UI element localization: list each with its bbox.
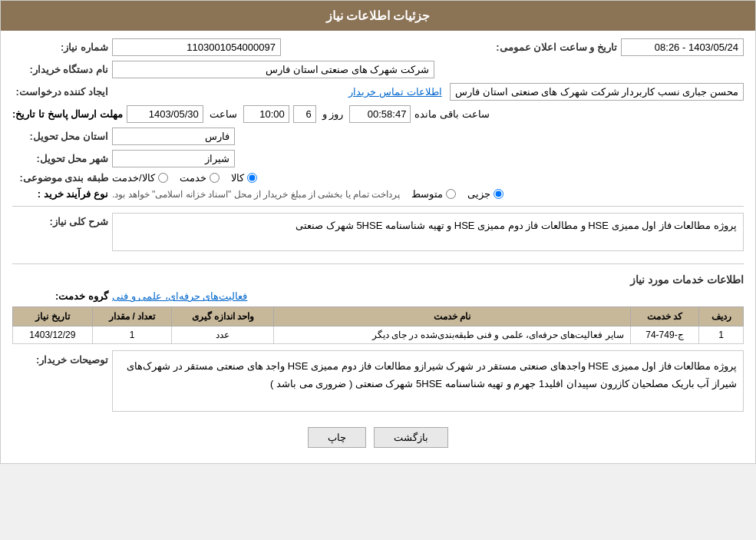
value-sharh: پروژه مطالعات فاز اول ممیزی HSE و مطالعا… xyxy=(112,213,744,251)
row-namdastgah: نام دستگاه خریدار: شرکت شهرک های صنعتی ا… xyxy=(12,61,744,78)
radio-khedmat-label: خدمت xyxy=(180,172,206,184)
label-shomareh: شماره نیاز: xyxy=(12,41,112,53)
th-row: ردیف xyxy=(699,307,744,326)
radio-kala-khedmat[interactable]: کالا/خدمت xyxy=(112,172,168,184)
value-ostan: فارس xyxy=(112,128,235,145)
mohlat-time: 10:00 xyxy=(243,105,289,123)
row-ostan: استان محل تحویل: فارس xyxy=(12,128,744,145)
button-row: بازگشت چاپ xyxy=(12,427,744,448)
value-shomareh: 1103001054000097 xyxy=(112,38,281,56)
th-date: تاریخ نیاز xyxy=(13,307,93,326)
date-fields: 1403/05/30 ساعت 10:00 6 روز و 00:58:47 س… xyxy=(127,105,493,123)
label-sharh: شرح کلی نیاز: xyxy=(12,213,112,227)
services-table: ردیف کد خدمت نام خدمت واحد اندازه گیری ت… xyxy=(12,306,744,344)
label-tabaqe: طبقه بندی موضوعی: xyxy=(12,172,112,184)
radio-motevasset[interactable]: متوسط xyxy=(411,188,456,200)
radio-jozii-input[interactable] xyxy=(494,189,503,199)
mohlat-remaining-label: ساعت باقی مانده xyxy=(414,108,489,120)
row-shomareh: شماره نیاز: 1103001054000097 تاریخ و ساع… xyxy=(12,38,744,56)
cell-name: سایر فعالیت‌های حرفه‌ای، علمی و فنی طبقه… xyxy=(274,326,630,344)
label-group: گروه خدمت: xyxy=(12,290,112,302)
tabaqe-radio-group: کالا/خدمت خدمت کالا xyxy=(112,172,257,184)
contact-link[interactable]: اطلاعات تماس خریدار xyxy=(348,86,441,98)
row-sharh: شرح کلی نیاز: پروژه مطالعات فاز اول ممیز… xyxy=(12,213,744,257)
divider-2 xyxy=(12,263,744,264)
cell-row: 1 xyxy=(699,326,744,344)
radio-motevasset-label: متوسط xyxy=(411,188,443,200)
page-title: جزئیات اطلاعات نیاز xyxy=(326,9,431,22)
mohlat-remaining: 00:58:47 xyxy=(349,105,411,123)
cell-unit: عدد xyxy=(172,326,274,344)
mohlat-days: 6 xyxy=(293,105,316,123)
mohlat-rooz-label: روز و xyxy=(322,108,344,120)
value-group[interactable]: فعالیت‌های حرفه‌ای، علمی و فنی xyxy=(112,290,247,302)
row-createdby: ایجاد کننده درخواست: محسن جباری نسب کارب… xyxy=(12,83,744,101)
label-shahr: شهر محل تحویل: xyxy=(12,153,112,164)
value-description: پروژه مطالعات فاز اول ممیزی HSE واجدهای … xyxy=(112,350,744,412)
label-announcement: تاریخ و ساعت اعلان عمومی: xyxy=(496,41,621,53)
label-description: توصیحات خریدار: xyxy=(12,350,112,366)
row-shahr: شهر محل تحویل: شیراز xyxy=(12,150,744,167)
radio-kala-khedmat-label: کالا/خدمت xyxy=(112,172,155,184)
th-code: کد خدمت xyxy=(630,307,698,326)
content-area: شماره نیاز: 1103001054000097 تاریخ و ساع… xyxy=(1,31,755,463)
row-noefar: نوع فرآیند خرید : پرداخت تمام یا بخشی از… xyxy=(12,188,744,200)
th-count: تعداد / مقدار xyxy=(92,307,172,326)
label-createdby: ایجاد کننده درخواست: xyxy=(12,86,112,98)
radio-kala-label: کالا xyxy=(231,172,244,184)
radio-jozii-label: جزیی xyxy=(467,188,490,200)
cell-count: 1 xyxy=(92,326,172,344)
value-namdastgah: شرکت شهرک های صنعتی استان فارس xyxy=(112,61,434,78)
page-header: جزئیات اطلاعات نیاز xyxy=(1,1,755,31)
noefar-options: پرداخت تمام یا بخشی از مبلغ خریدار از مح… xyxy=(112,188,503,200)
radio-jozii[interactable]: جزیی xyxy=(467,188,503,200)
row-description: توصیحات خریدار: پروژه مطالعات فاز اول مم… xyxy=(12,350,744,419)
cell-code: ج-749-74 xyxy=(630,326,698,344)
noefar-note: پرداخت تمام یا بخشی از مبلغ خریدار از مح… xyxy=(112,189,400,200)
radio-khedmat-input[interactable] xyxy=(210,173,220,183)
radio-khedmat[interactable]: خدمت xyxy=(180,172,220,184)
table-row: 1 ج-749-74 سایر فعالیت‌های حرفه‌ای، علمی… xyxy=(13,326,744,344)
mohlat-time-label: ساعت xyxy=(210,108,237,120)
label-noefar: نوع فرآیند خرید : xyxy=(12,188,112,200)
radio-kala-input[interactable] xyxy=(247,173,257,183)
page-wrapper: جزئیات اطلاعات نیاز شماره نیاز: 11030010… xyxy=(0,0,756,464)
print-button[interactable]: چاپ xyxy=(308,427,366,448)
back-button[interactable]: بازگشت xyxy=(374,427,448,448)
th-name: نام خدمت xyxy=(274,307,630,326)
row-mohlat: مهلت ارسال پاسخ تا تاریخ: 1403/05/30 ساع… xyxy=(12,105,744,123)
section-title-khadamat: اطلاعات خدمات مورد نیاز xyxy=(12,273,744,286)
label-ostan: استان محل تحویل: xyxy=(12,131,112,142)
row-group: گروه خدمت: فعالیت‌های حرفه‌ای، علمی و فن… xyxy=(12,290,744,302)
label-namdastgah: نام دستگاه خریدار: xyxy=(12,64,112,75)
radio-motevasset-input[interactable] xyxy=(446,189,456,199)
cell-date: 1403/12/29 xyxy=(13,326,93,344)
th-unit: واحد اندازه گیری xyxy=(172,307,274,326)
value-shahr: شیراز xyxy=(112,150,235,167)
divider-1 xyxy=(12,206,744,207)
value-createdby: محسن جباری نسب کاربردار شرکت شهرک های صن… xyxy=(450,83,744,101)
label-mohlat: مهلت ارسال پاسخ تا تاریخ: xyxy=(12,108,127,120)
value-announcement: 1403/05/24 - 08:26 xyxy=(621,38,744,56)
radio-kala-khedmat-input[interactable] xyxy=(158,173,168,183)
radio-kala[interactable]: کالا xyxy=(231,172,257,184)
mohlat-date: 1403/05/30 xyxy=(127,105,203,123)
row-tabaqe: طبقه بندی موضوعی: کالا/خدمت خدمت کالا xyxy=(12,172,744,184)
